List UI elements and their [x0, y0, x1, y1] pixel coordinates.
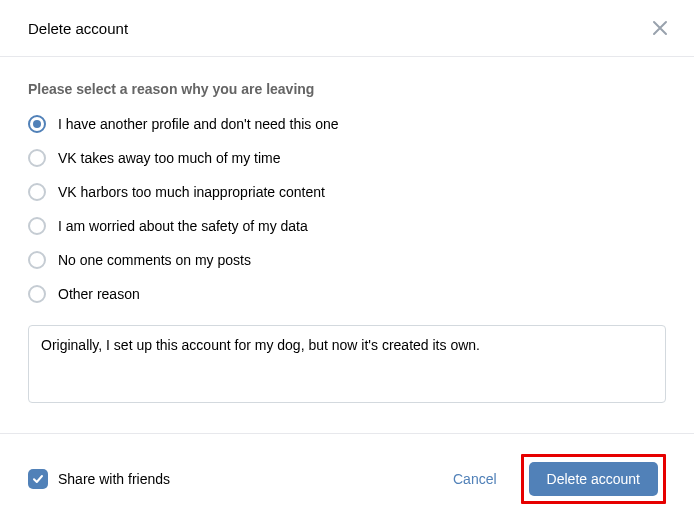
radio-icon [28, 149, 46, 167]
cancel-button[interactable]: Cancel [447, 463, 503, 495]
delete-account-dialog: Delete account Please select a reason wh… [0, 0, 694, 526]
reason-option-other[interactable]: Other reason [28, 285, 666, 303]
radio-icon [28, 183, 46, 201]
dialog-footer: Share with friends Cancel Delete account [0, 433, 694, 526]
highlight-annotation: Delete account [521, 454, 666, 504]
reason-option-another-profile[interactable]: I have another profile and don't need th… [28, 115, 666, 133]
radio-icon [28, 285, 46, 303]
check-icon [32, 473, 44, 485]
radio-icon [28, 115, 46, 133]
close-icon [652, 20, 668, 36]
reason-option-data-safety[interactable]: I am worried about the safety of my data [28, 217, 666, 235]
close-button[interactable] [650, 18, 670, 38]
reason-option-inappropriate-content[interactable]: VK harbors too much inappropriate conten… [28, 183, 666, 201]
share-label: Share with friends [58, 471, 170, 487]
reason-option-too-much-time[interactable]: VK takes away too much of my time [28, 149, 666, 167]
radio-label: Other reason [58, 286, 140, 302]
reason-option-no-comments[interactable]: No one comments on my posts [28, 251, 666, 269]
radio-label: I am worried about the safety of my data [58, 218, 308, 234]
share-with-friends[interactable]: Share with friends [28, 469, 170, 489]
dialog-body: Please select a reason why you are leavi… [0, 57, 694, 433]
radio-icon [28, 251, 46, 269]
dialog-header: Delete account [0, 0, 694, 57]
radio-label: I have another profile and don't need th… [58, 116, 339, 132]
delete-account-button[interactable]: Delete account [529, 462, 658, 496]
footer-actions: Cancel Delete account [447, 454, 666, 504]
dialog-title: Delete account [28, 20, 128, 37]
reason-radio-group: I have another profile and don't need th… [28, 115, 666, 303]
radio-label: No one comments on my posts [58, 252, 251, 268]
radio-label: VK harbors too much inappropriate conten… [58, 184, 325, 200]
reason-prompt: Please select a reason why you are leavi… [28, 81, 666, 97]
radio-label: VK takes away too much of my time [58, 150, 281, 166]
reason-textarea[interactable] [28, 325, 666, 403]
radio-icon [28, 217, 46, 235]
share-checkbox[interactable] [28, 469, 48, 489]
